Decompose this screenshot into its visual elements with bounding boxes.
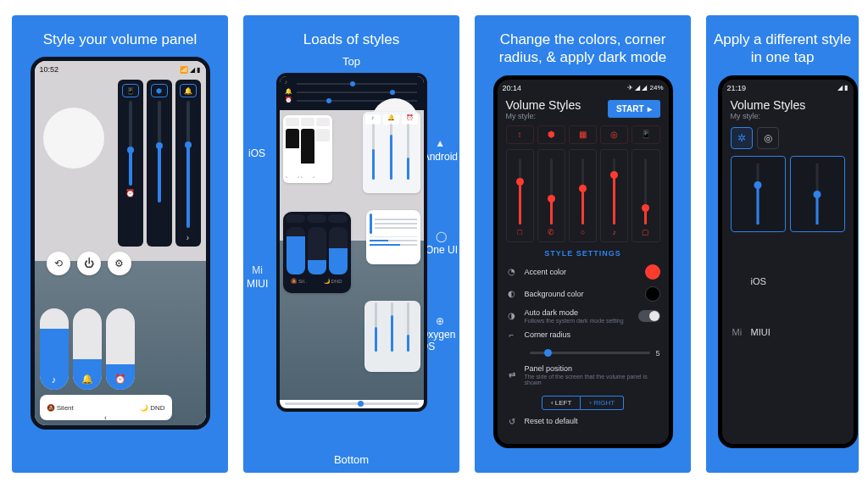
panel-position-row: ⇄ Panel position The side of the screen … [498, 361, 669, 413]
blue-slider-1[interactable] [731, 156, 786, 232]
top-label: Top [342, 55, 360, 68]
red-slider-group: □ ✆ ○ ♪ ▢ [498, 147, 669, 244]
promo-card-2: Loads of styles Top iOS MiMIUI ▲Android … [243, 15, 459, 473]
auto-dark-label: Auto dark mode Follows the system dark m… [525, 308, 632, 324]
card-4-title: Apply a different style in one tap [706, 30, 859, 67]
grid-icon[interactable]: ▦ [569, 125, 597, 144]
chevron-right-icon[interactable]: › [186, 233, 189, 242]
shield-icon[interactable]: ⬢ [151, 84, 168, 97]
corner-radius-slider[interactable] [530, 352, 651, 354]
bell-icon[interactable]: 🔔 [180, 84, 197, 97]
slider-icon-row: ↕ ⬢ ▦ ◎ 📱 [498, 122, 669, 147]
silent-label[interactable]: 🔕 Silent [47, 404, 74, 412]
red-slider-4[interactable]: ♪ [600, 149, 628, 242]
corner-radius-row[interactable]: ⌐ Corner radius 5 [498, 327, 669, 361]
back-icon[interactable]: ⟲ [47, 252, 70, 275]
position-left-button[interactable]: ‹ LEFT [542, 396, 581, 410]
miui-label: MiMIUI [247, 264, 268, 290]
app-subtitle: My style: [506, 112, 581, 120]
dark-mode-toggle[interactable] [638, 310, 660, 322]
promo-card-1: Style your volume panel 10:52 📶 ◢ ▮ 📱 ⏰ … [12, 15, 228, 473]
phone-icon[interactable]: 📱 [632, 125, 659, 144]
bottom-label: Bottom [334, 453, 369, 466]
status-icons: 📶 ◢ ▮ [180, 66, 200, 74]
expand-icon[interactable]: ↕ [506, 125, 534, 144]
android-panel[interactable]: ♪ 🔔 ⏰ [363, 112, 420, 193]
status-time: 20:14 [503, 84, 522, 92]
auto-dark-row[interactable]: ◑ Auto dark mode Follows the system dark… [498, 305, 669, 327]
corner-icon: ⌐ [506, 330, 518, 340]
background-color-row[interactable]: ◐ Background color [498, 283, 669, 305]
oxygen-panel[interactable] [364, 301, 420, 372]
target-icon[interactable]: ◎ [600, 125, 628, 144]
oneplus-icon: ⊕ [436, 315, 444, 327]
wallpaper: ♪ 🔔 ⏰ [280, 110, 424, 400]
panel-position-label: Panel position The side of the screen th… [525, 364, 660, 385]
app-subtitle: My style: [731, 112, 806, 120]
status-time: 21:19 [727, 84, 747, 92]
card-2-title: Loads of styles [297, 30, 406, 48]
app-title: Volume Styles [506, 98, 581, 112]
position-right-button[interactable]: › RIGHT [581, 396, 624, 410]
note-icon: ♪ [612, 228, 616, 236]
bottom-slider[interactable] [285, 402, 419, 405]
red-slider-2[interactable]: ✆ [537, 149, 565, 242]
samsung-icon: ◯ [436, 230, 447, 242]
mode-toast: 🔕 Silent 🌙 DND ‹ [40, 395, 172, 420]
power-icon[interactable]: ⏻ [77, 252, 101, 275]
red-slider-3[interactable]: ○ [569, 149, 597, 242]
card-3-title: Change the colors, corner radius, & appl… [475, 30, 691, 67]
pill-slider-3[interactable]: ⏰ [106, 308, 135, 390]
alarm-icon: ⏰ [125, 189, 135, 197]
blue-slider-2[interactable] [790, 156, 845, 232]
pill-slider-row: ♪ 🔔 ⏰ [40, 308, 135, 390]
volume-slider-dark-3[interactable]: 🔔 › [175, 80, 201, 247]
volume-slider-dark-2[interactable]: ⬢ [147, 80, 172, 247]
accent-color-row[interactable]: ◔ Accent color [498, 261, 669, 283]
os-option-ios[interactable]: iOS [722, 268, 854, 295]
square-icon: □ [517, 228, 521, 236]
gear-icon[interactable]: ⚙ [108, 252, 131, 275]
bell-icon: 🔔 [81, 374, 93, 385]
fill-icon: ◐ [506, 289, 518, 298]
phone-icon: ✆ [548, 228, 554, 236]
red-slider-5[interactable]: ▢ [632, 149, 659, 242]
ios-label: iOS [248, 146, 265, 159]
reset-icon: ↺ [506, 417, 518, 426]
phone-mock-1: 10:52 📶 ◢ ▮ 📱 ⏰ ⬢ 🔔 › ⟲ ⏻ ⚙ [31, 57, 210, 430]
shield-icon[interactable]: ⬢ [537, 125, 565, 144]
dnd-icon: 🌙 DND [324, 278, 342, 284]
reset-row[interactable]: ↺ Reset to default [498, 413, 669, 430]
volume-slider-dark-1[interactable]: 📱 ⏰ [118, 80, 143, 247]
pill-slider-2[interactable]: 🔔 [73, 308, 102, 390]
position-icon: ⇄ [506, 370, 518, 380]
style-thumb-2[interactable]: ◎ [757, 127, 779, 149]
accent-color-label: Accent color [525, 268, 638, 276]
start-button[interactable]: START▸ [608, 100, 660, 118]
chevron-left-icon[interactable]: ‹ [104, 413, 107, 422]
status-bar: 20:14 ✈ ◢ ◢ 24% [503, 82, 664, 94]
dnd-label[interactable]: 🌙 DND [140, 404, 165, 412]
phone-mock-3: 20:14 ✈ ◢ ◢ 24% Volume Styles My style: … [493, 75, 673, 448]
status-bar: 10:52 📶 ◢ ▮ [40, 64, 201, 75]
ios-panel[interactable] [283, 115, 332, 183]
note-icon: ♪ [52, 374, 57, 385]
corner-radius-label: Corner radius [525, 330, 660, 339]
os-option-miui[interactable]: MiMIUI [722, 319, 854, 346]
app-header: Volume Styles My style: START▸ [498, 92, 669, 122]
style-thumb-1[interactable]: ✲ [731, 127, 753, 149]
background-swatch[interactable] [645, 286, 660, 302]
moon-icon: ◑ [506, 311, 518, 320]
phone-icon[interactable]: 📱 [122, 84, 139, 97]
bell-icon: 🔔 [285, 88, 292, 95]
status-time: 10:52 [40, 65, 59, 74]
app-title: Volume Styles [731, 98, 806, 112]
accent-swatch[interactable] [645, 264, 660, 280]
miui-panel[interactable]: 🔕 Sil.. 🌙 DND [283, 212, 351, 293]
red-slider-1[interactable]: □ [506, 149, 534, 242]
alarm-icon: ⏰ [114, 374, 126, 385]
blue-slider-group [722, 154, 854, 234]
oneui-panel[interactable] [366, 210, 420, 264]
pill-slider-1[interactable]: ♪ [40, 308, 69, 390]
alarm-icon: ⏰ [285, 97, 292, 103]
